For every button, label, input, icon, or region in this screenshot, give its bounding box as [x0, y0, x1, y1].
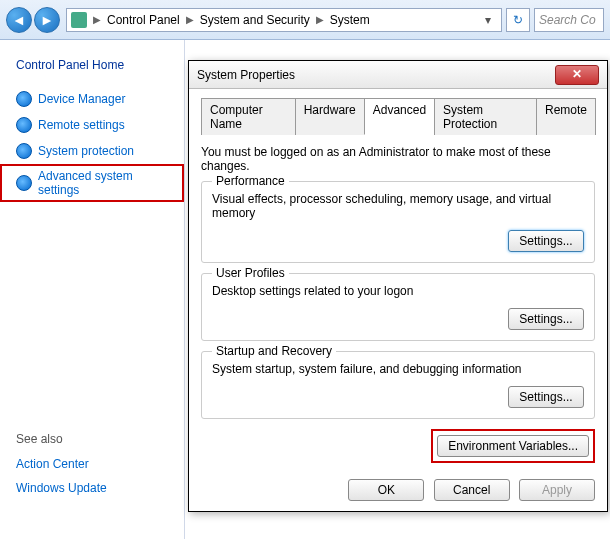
sidebar-item-device-manager[interactable]: Device Manager — [0, 86, 184, 112]
shield-icon — [16, 91, 32, 107]
crumb-system-security[interactable]: System and Security — [196, 13, 314, 27]
ok-button[interactable]: OK — [348, 479, 424, 501]
user-profiles-group: User Profiles Desktop settings related t… — [201, 273, 595, 341]
shield-icon — [16, 143, 32, 159]
dialog-title: System Properties — [197, 68, 555, 82]
performance-settings-button[interactable]: Settings... — [508, 230, 584, 252]
breadcrumb[interactable]: ▶ Control Panel ▶ System and Security ▶ … — [66, 8, 502, 32]
sidebar: Control Panel Home Device Manager Remote… — [0, 40, 185, 539]
shield-icon — [16, 117, 32, 133]
tab-computer-name[interactable]: Computer Name — [201, 98, 296, 135]
tab-hardware[interactable]: Hardware — [295, 98, 365, 135]
user-profiles-desc: Desktop settings related to your logon — [212, 284, 584, 298]
startup-recovery-title: Startup and Recovery — [212, 344, 336, 358]
shield-icon — [16, 175, 32, 191]
control-panel-icon — [71, 12, 87, 28]
see-also-heading: See also — [0, 392, 184, 452]
dialog-titlebar[interactable]: System Properties ✕ — [189, 61, 607, 89]
sidebar-item-remote-settings[interactable]: Remote settings — [0, 112, 184, 138]
startup-recovery-group: Startup and Recovery System startup, sys… — [201, 351, 595, 419]
system-properties-dialog: System Properties ✕ Computer Name Hardwa… — [188, 60, 608, 512]
chevron-right-icon[interactable]: ▶ — [314, 14, 326, 25]
chevron-right-icon[interactable]: ▶ — [184, 14, 196, 25]
back-button[interactable]: ◄ — [6, 7, 32, 33]
sidebar-item-windows-update[interactable]: Windows Update — [0, 476, 184, 500]
admin-note: You must be logged on as an Administrato… — [201, 145, 595, 173]
environment-variables-button[interactable]: Environment Variables... — [437, 435, 589, 457]
user-profiles-settings-button[interactable]: Settings... — [508, 308, 584, 330]
forward-button[interactable]: ► — [34, 7, 60, 33]
sidebar-item-system-protection[interactable]: System protection — [0, 138, 184, 164]
sidebar-item-advanced-system-settings[interactable]: Advanced system settings — [0, 164, 184, 202]
control-panel-home-link[interactable]: Control Panel Home — [0, 54, 184, 86]
dialog-button-row: OK Cancel Apply — [201, 475, 595, 501]
cancel-button[interactable]: Cancel — [434, 479, 510, 501]
performance-desc: Visual effects, processor scheduling, me… — [212, 192, 584, 220]
crumb-system[interactable]: System — [326, 13, 374, 27]
address-bar: ◄ ► ▶ Control Panel ▶ System and Securit… — [0, 0, 610, 40]
close-button[interactable]: ✕ — [555, 65, 599, 85]
sidebar-item-action-center[interactable]: Action Center — [0, 452, 184, 476]
performance-group: Performance Visual effects, processor sc… — [201, 181, 595, 263]
startup-recovery-settings-button[interactable]: Settings... — [508, 386, 584, 408]
tab-remote[interactable]: Remote — [536, 98, 596, 135]
user-profiles-title: User Profiles — [212, 266, 289, 280]
performance-title: Performance — [212, 174, 289, 188]
apply-button[interactable]: Apply — [519, 479, 595, 501]
tab-strip: Computer Name Hardware Advanced System P… — [201, 97, 595, 135]
search-input[interactable]: Search Co — [534, 8, 604, 32]
crumb-control-panel[interactable]: Control Panel — [103, 13, 184, 27]
tab-advanced[interactable]: Advanced — [364, 98, 435, 135]
startup-recovery-desc: System startup, system failure, and debu… — [212, 362, 584, 376]
chevron-right-icon[interactable]: ▶ — [91, 14, 103, 25]
address-dropdown-icon[interactable]: ▾ — [479, 13, 497, 27]
refresh-button[interactable]: ↻ — [506, 8, 530, 32]
tab-system-protection[interactable]: System Protection — [434, 98, 537, 135]
